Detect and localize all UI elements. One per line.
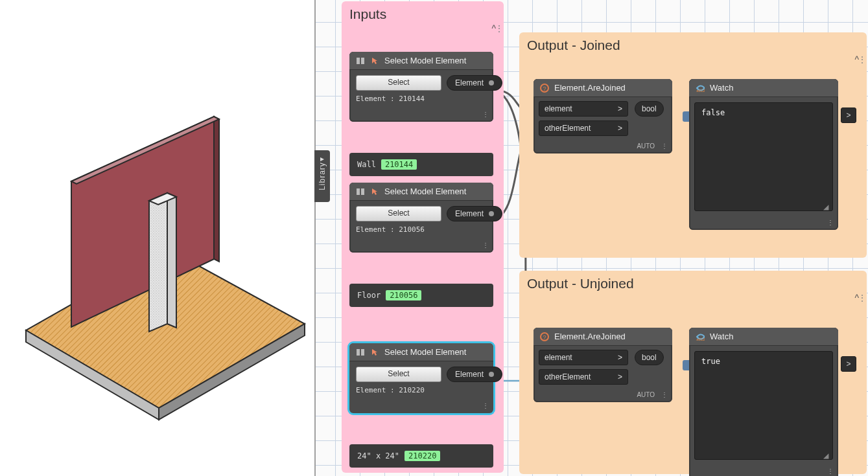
node-header[interactable]: Select Model Element — [349, 343, 493, 361]
question-icon: ? — [540, 332, 549, 341]
info-node-column[interactable]: 24" x 24" 210220 — [349, 444, 493, 468]
input-port-element[interactable]: element> — [539, 101, 628, 117]
node-menu-icon[interactable]: ⋮ — [482, 111, 488, 118]
output-port-bool[interactable]: bool — [635, 101, 664, 117]
node-title: Select Model Element — [384, 347, 466, 357]
svg-rect-14 — [357, 58, 360, 64]
cursor-icon — [370, 56, 379, 65]
input-port-otherelement[interactable]: otherElement> — [539, 120, 628, 136]
lacing-label: AUTO — [637, 391, 655, 398]
node-watch-2[interactable]: > ab12 Watch true ◢ ⋮ — [689, 328, 838, 476]
node-title: Watch — [710, 83, 733, 93]
app-root: ▸ Library Inputs ^ ⋮ Output - Joined — [0, 0, 868, 476]
svg-rect-19 — [361, 349, 364, 356]
node-element-arejoined-1[interactable]: ? Element.AreJoined element> otherElemen… — [534, 79, 672, 153]
output-port-element[interactable]: Element — [447, 367, 502, 382]
info-id-badge: 210144 — [381, 159, 417, 170]
svg-rect-16 — [357, 188, 360, 195]
node-select-model-element-3[interactable]: Select Model Element Select Element Elem… — [349, 343, 493, 413]
info-label: Wall — [357, 160, 376, 169]
group-title: Output - Joined — [527, 38, 860, 53]
resize-handle-icon[interactable]: ◢ — [823, 450, 831, 458]
graph-canvas[interactable]: ▸ Library Inputs ^ ⋮ Output - Joined — [316, 0, 868, 476]
group-title: Inputs — [349, 6, 497, 22]
resize-handle-icon[interactable]: ◢ — [823, 201, 831, 209]
watch-icon: ab12 — [696, 332, 705, 341]
question-icon: ? — [540, 84, 549, 93]
library-tab[interactable]: ▸ Library — [314, 150, 330, 202]
select-button[interactable]: Select — [356, 75, 441, 91]
info-label: Floor — [357, 291, 381, 300]
group-menu-icon[interactable]: ⋮ — [858, 293, 865, 303]
info-node-wall[interactable]: Wall 210144 — [349, 153, 493, 176]
group-menu-icon[interactable]: ⋮ — [495, 23, 502, 34]
node-menu-icon[interactable]: ⋮ — [482, 242, 488, 249]
node-element-arejoined-2[interactable]: ? Element.AreJoined element> otherElemen… — [534, 328, 672, 402]
svg-rect-18 — [357, 349, 360, 356]
watch-output: true ◢ — [694, 351, 833, 460]
svg-rect-17 — [361, 188, 364, 195]
cursor-icon — [370, 187, 379, 196]
node-title: Select Model Element — [384, 56, 466, 65]
svg-rect-15 — [361, 58, 364, 64]
node-menu-icon[interactable]: ⋮ — [661, 142, 667, 150]
svg-text:ab12: ab12 — [696, 337, 705, 341]
node-header[interactable]: ? Element.AreJoined — [534, 79, 672, 97]
svg-text:ab12: ab12 — [696, 89, 705, 93]
output-port-element[interactable]: Element — [447, 75, 502, 91]
info-node-floor[interactable]: Floor 210056 — [349, 284, 493, 307]
selected-element-status: Element : 210220 — [356, 386, 487, 394]
node-header[interactable]: Select Model Element — [349, 52, 493, 70]
select-button[interactable]: Select — [356, 206, 441, 221]
node-menu-icon[interactable]: ⋮ — [661, 391, 667, 398]
svg-text:?: ? — [543, 85, 546, 92]
info-id-badge: 210056 — [386, 290, 421, 300]
output-port-bool[interactable]: bool — [635, 350, 664, 365]
node-header[interactable]: Select Model Element — [349, 183, 493, 201]
svg-marker-11 — [149, 193, 167, 332]
svg-marker-9 — [214, 117, 219, 262]
node-select-model-element-1[interactable]: Select Model Element Select Element Elem… — [349, 52, 493, 122]
group-menu-icon[interactable]: ⋮ — [858, 54, 865, 65]
input-port-otherelement[interactable]: otherElement> — [539, 369, 628, 385]
element-icon — [356, 187, 365, 196]
svg-marker-12 — [167, 193, 176, 328]
watch-output-chevron[interactable]: > — [841, 108, 856, 123]
output-port-element[interactable]: Element — [447, 206, 502, 221]
node-header[interactable]: ab12 Watch — [689, 328, 838, 346]
node-title: Watch — [710, 332, 733, 341]
info-id-badge: 210220 — [405, 451, 440, 461]
watch-output-chevron[interactable]: > — [841, 356, 856, 372]
node-menu-icon[interactable]: ⋮ — [827, 468, 833, 475]
watch-icon: ab12 — [696, 84, 705, 93]
watch-input-pin[interactable] — [683, 111, 689, 122]
node-select-model-element-2[interactable]: Select Model Element Select Element Elem… — [349, 183, 493, 253]
viewport-3d[interactable] — [0, 0, 316, 476]
node-title: Select Model Element — [384, 187, 466, 196]
selected-element-status: Element : 210144 — [356, 95, 487, 103]
cursor-icon — [370, 348, 379, 357]
node-header[interactable]: ? Element.AreJoined — [534, 328, 672, 346]
input-port-element[interactable]: element> — [539, 350, 628, 365]
svg-text:?: ? — [543, 334, 546, 341]
element-icon — [356, 56, 365, 65]
model-preview — [0, 0, 314, 476]
node-title: Element.AreJoined — [554, 83, 626, 93]
element-icon — [356, 348, 365, 357]
node-title: Element.AreJoined — [554, 332, 626, 341]
node-menu-icon[interactable]: ⋮ — [482, 402, 488, 409]
info-label: 24" x 24" — [357, 451, 399, 460]
node-watch-1[interactable]: > ab12 Watch false ◢ ⋮ — [689, 79, 838, 230]
select-button[interactable]: Select — [356, 367, 441, 382]
watch-input-pin[interactable] — [683, 360, 689, 370]
group-title: Output - Unjoined — [527, 276, 860, 291]
node-menu-icon[interactable]: ⋮ — [827, 219, 833, 226]
watch-output: false ◢ — [694, 102, 833, 211]
node-header[interactable]: ab12 Watch — [689, 79, 838, 97]
selected-element-status: Element : 210056 — [356, 225, 487, 234]
lacing-label: AUTO — [637, 142, 655, 150]
library-tab-label: Library — [318, 162, 327, 190]
